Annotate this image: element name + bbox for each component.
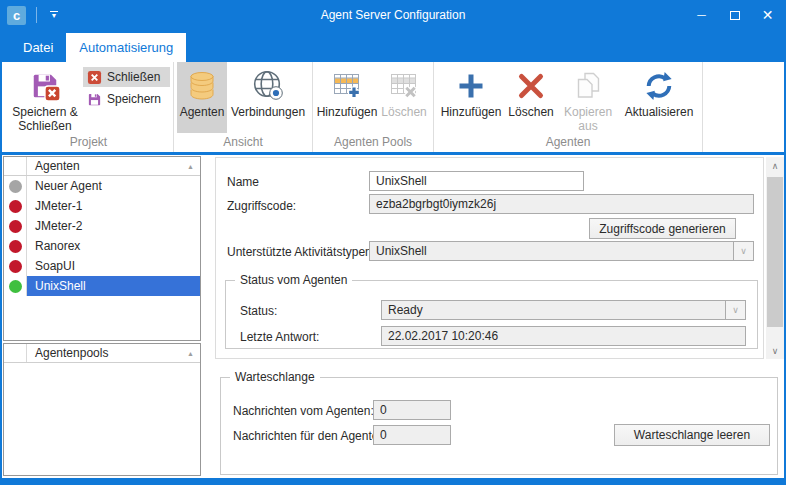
close-project-label: Schließen	[107, 70, 160, 84]
messages-from-agent-field	[373, 400, 451, 420]
chevron-down-icon: ▼	[51, 13, 58, 19]
status-column-header	[4, 157, 27, 175]
agents-header-label: Agenten	[27, 157, 187, 175]
ribbon-group-agenten: Hinzufügen Löschen Kopieren aus Aktuali	[434, 62, 703, 152]
save-label: Speichern	[107, 92, 161, 106]
list-item-unixshell[interactable]: UnixShell	[4, 276, 200, 296]
database-icon	[186, 67, 218, 105]
activity-types-label: Unterstützte Aktivitätstypen:	[227, 245, 375, 259]
status-circle	[9, 200, 22, 213]
ribbon-group-agenten-pools: Hinzufügen Löschen Agenten Pools	[313, 62, 434, 152]
save-button[interactable]: Speichern	[83, 89, 170, 109]
agent-name: JMeter-1	[27, 196, 200, 216]
name-input[interactable]	[369, 171, 584, 191]
list-item-jmeter-2[interactable]: JMeter-2	[4, 216, 200, 236]
agent-refresh-label: Aktualisieren	[625, 105, 694, 119]
content-area: Agenten ▲ Neuer Agent JMeter-1 JMeter-2 …	[2, 155, 784, 478]
scrollbar-thumb[interactable]	[767, 177, 783, 327]
maximize-icon	[730, 11, 740, 20]
agent-refresh-button[interactable]: Aktualisieren	[619, 62, 699, 133]
quick-access-dropdown[interactable]: ▼	[47, 11, 61, 19]
app-icon[interactable]: c	[7, 6, 26, 25]
view-agents-toggle[interactable]: Agenten	[177, 62, 227, 133]
save-close-icon	[30, 67, 60, 105]
x-icon	[517, 67, 545, 105]
view-connections-button[interactable]: Verbindungen	[227, 62, 309, 133]
group-label-ansicht: Ansicht	[177, 133, 309, 149]
close-red-icon	[87, 70, 102, 85]
list-item-ranorex[interactable]: Ranorex	[4, 236, 200, 256]
status-value: Ready	[382, 303, 725, 317]
status-circle	[9, 240, 22, 253]
chevron-down-icon: ∨	[772, 346, 779, 356]
save-close-label-line2: Schließen	[18, 119, 71, 133]
chevron-down-icon[interactable]: ∨	[725, 301, 745, 319]
titlebar-separator	[36, 7, 37, 23]
ribbon-group-ansicht: Agenten Verbindungen Ansicht	[174, 62, 313, 152]
ribbon-group-projekt: Speichern & Schließen Schließen Speicher…	[4, 62, 174, 152]
agent-add-label: Hinzufügen	[441, 105, 502, 119]
pool-delete-label: Löschen	[381, 105, 426, 119]
agent-copy-from-line2: aus	[578, 119, 597, 133]
agent-name: SoapUI	[27, 256, 200, 276]
maximize-button[interactable]	[718, 0, 751, 30]
minimize-button[interactable]: ─	[685, 0, 718, 30]
last-answer-field	[381, 326, 746, 346]
agent-delete-button[interactable]: Löschen	[505, 62, 557, 133]
scroll-down-button[interactable]: ∨	[766, 342, 784, 359]
status-circle	[9, 180, 22, 193]
save-close-label-line1: Speichern &	[12, 105, 77, 119]
tab-datei[interactable]: Datei	[10, 33, 66, 62]
status-group-title: Status vom Agenten	[235, 273, 352, 287]
save-icon	[87, 92, 102, 107]
agent-delete-label: Löschen	[508, 105, 553, 119]
title-bar: c ▼ Agent Server Configuration ─ ✕	[0, 0, 786, 30]
close-project-button[interactable]: Schließen	[83, 67, 170, 87]
agents-list-header[interactable]: Agenten ▲	[4, 157, 200, 176]
agent-pools-list: Agentenpools ▲	[3, 343, 201, 476]
generate-access-code-button[interactable]: Zugriffscode generieren	[589, 218, 736, 239]
window-title: Agent Server Configuration	[0, 8, 786, 22]
pool-add-button[interactable]: Hinzufügen	[316, 62, 378, 133]
ribbon: Speichern & Schließen Schließen Speicher…	[2, 62, 784, 155]
agents-list: Agenten ▲ Neuer Agent JMeter-1 JMeter-2 …	[3, 156, 201, 341]
list-item-jmeter-1[interactable]: JMeter-1	[4, 196, 200, 216]
status-circle	[9, 280, 22, 293]
close-button[interactable]: ✕	[751, 0, 784, 30]
clear-queue-button[interactable]: Warteschlange leeren	[614, 424, 770, 446]
pool-delete-button: Löschen	[378, 62, 430, 133]
agent-name: UnixShell	[27, 276, 200, 296]
group-label-agenten-pools: Agenten Pools	[316, 133, 430, 149]
list-item-neuer-agent[interactable]: Neuer Agent	[4, 176, 200, 196]
scroll-up-button[interactable]: ∧	[766, 157, 784, 174]
sort-asc-icon: ▲	[187, 350, 194, 357]
agent-add-button[interactable]: Hinzufügen	[437, 62, 505, 133]
list-item-soapui[interactable]: SoapUI	[4, 256, 200, 276]
chevron-up-icon: ∧	[772, 161, 779, 171]
view-agents-label: Agenten	[180, 105, 225, 119]
agent-name: JMeter-2	[27, 216, 200, 236]
form-scrollbar[interactable]: ∧ ∨	[766, 157, 784, 359]
messages-for-agent-field	[373, 425, 451, 445]
view-connections-label: Verbindungen	[231, 105, 305, 119]
activity-types-dropdown[interactable]: UnixShell ∨	[369, 241, 754, 261]
copy-icon	[572, 67, 604, 105]
status-label: Status:	[240, 304, 277, 318]
save-and-close-button[interactable]: Speichern & Schließen	[7, 62, 83, 133]
tab-automatisierung[interactable]: Automatisierung	[66, 33, 186, 62]
messages-from-agent-label: Nachrichten vom Agenten:	[233, 404, 374, 418]
access-code-label: Zugriffscode:	[227, 199, 296, 213]
agent-copy-from-line1: Kopieren	[564, 105, 612, 119]
name-label: Name	[227, 175, 259, 189]
activity-types-value: UnixShell	[370, 244, 733, 258]
access-code-field	[369, 194, 754, 214]
status-dropdown[interactable]: Ready ∨	[381, 300, 746, 320]
pool-add-label: Hinzufügen	[317, 105, 378, 119]
chevron-down-icon[interactable]: ∨	[733, 242, 753, 260]
globe-icon	[251, 67, 285, 105]
agent-pools-list-header[interactable]: Agentenpools ▲	[4, 344, 200, 363]
last-answer-label: Letzte Antwort:	[240, 330, 319, 344]
agent-name: Neuer Agent	[27, 176, 200, 196]
minimize-icon: ─	[697, 8, 706, 22]
queue-group: Warteschlange Nachrichten vom Agenten: N…	[220, 370, 778, 475]
